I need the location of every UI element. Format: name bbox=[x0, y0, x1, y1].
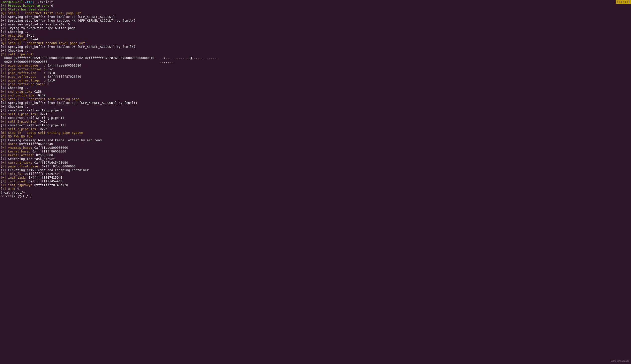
output-line: [+] orig_idx: 0xea bbox=[0, 34, 630, 37]
text-segment: 0xea bbox=[25, 34, 34, 37]
text-segment: page_offset_base: bbox=[6, 164, 40, 168]
output-line: [+] victim_idx: 0xed bbox=[0, 37, 630, 41]
output-line: corctf{\_(ツ)_/¯} bbox=[0, 194, 630, 198]
output-line: [+] snd_victim_idx: 0x49 bbox=[0, 94, 630, 97]
text-segment: [+] Spraying pipe_buffer from kmalloc-96… bbox=[0, 45, 136, 48]
text-segment: 0 bbox=[46, 82, 49, 86]
output-line: [+] Spraying pipe_buffer from kmalloc-4k… bbox=[0, 19, 630, 22]
output-line: [@] Step II - construct second level pag… bbox=[0, 41, 630, 45]
terminal-output[interactable]: user@CoRJail:/tmp$ ./exploit [*] Process… bbox=[0, 0, 631, 198]
output-line: [+] current_task: 0xffff97bdc5478d80 bbox=[0, 161, 630, 164]
text-segment: [+] bbox=[0, 82, 6, 86]
text-segment: 0xffff97bdc0000000 bbox=[40, 164, 76, 168]
text-segment: [+] bbox=[0, 176, 6, 180]
text-segment: pipe_buffer.len : bbox=[6, 71, 46, 75]
text-segment: [+] bbox=[0, 187, 6, 190]
text-segment: [+] bbox=[0, 172, 6, 176]
output-line: [+] page_offset_base: 0xffff97bdc0000000 bbox=[0, 164, 630, 168]
output-line: [+] construct self writing pipe II bbox=[0, 116, 630, 120]
output-line: [+] self_1_pipe_idx: 0x21 bbox=[0, 112, 630, 116]
output-line: [+] pipe_buffer.page : 0xffffeee80059158… bbox=[0, 64, 630, 67]
text-segment: 0x58 bbox=[32, 90, 42, 94]
output-line: [+] Checking... bbox=[0, 86, 630, 90]
output-line: 0000 0xffffeee800591580 0x00000018000000… bbox=[0, 56, 630, 60]
text-segment: NO PWN NO FUN bbox=[6, 134, 32, 138]
text-segment: init_task: bbox=[6, 176, 27, 180]
prompt-user: user@CoRJail bbox=[0, 0, 23, 4]
text-segment: [+] Leaking vmemmap base and kernel offs… bbox=[0, 138, 102, 142]
text-segment: [+] bbox=[0, 142, 6, 146]
output-line: [+] Searching for task_struct bbox=[0, 157, 630, 161]
text-segment: Step II - construct second level page ua… bbox=[6, 41, 85, 45]
text-segment: [+] construct self writing pipe I bbox=[0, 108, 62, 112]
text-segment: 0xc bbox=[46, 67, 53, 71]
text-segment: [+] construct self writing pipe II bbox=[0, 116, 64, 120]
text-segment: 0xffffffff8745a960 bbox=[27, 180, 62, 183]
text-segment: [+] bbox=[0, 67, 6, 71]
text-segment: [@] bbox=[0, 97, 6, 101]
text-segment: [+] bbox=[0, 120, 6, 123]
text-segment: init_nsproxy: bbox=[6, 183, 32, 187]
output-line: [+] pipe_buffer.private: 0 bbox=[0, 82, 630, 86]
output-line: [+] Spraying pipe_buffer from kmalloc-19… bbox=[0, 101, 630, 105]
text-segment: 0 bbox=[16, 187, 19, 190]
text-segment: [+] bbox=[0, 161, 6, 164]
text-segment: 0x5000000 bbox=[34, 153, 53, 157]
text-segment: [+] Spraying pipe_buffer from kmalloc-19… bbox=[0, 101, 137, 105]
text-segment: [*] bbox=[0, 52, 6, 56]
text-segment: pipe_buffer.page : bbox=[6, 64, 46, 67]
text-segment: [+] bbox=[0, 127, 6, 131]
output-line: [+] pipe_buffer.len : 0x18 bbox=[0, 71, 630, 75]
text-segment: Status has been saved. bbox=[6, 8, 49, 11]
output-line: [+] UID: 0 bbox=[0, 187, 630, 190]
text-segment: 0xffffffff87028740 bbox=[46, 75, 81, 78]
text-segment: self_2_pipe_idx: bbox=[6, 120, 38, 123]
output-line: [+] Checking... bbox=[0, 30, 630, 34]
text-segment: [+] bbox=[0, 180, 6, 183]
text-segment: [+] bbox=[0, 78, 6, 82]
text-segment: self_1_pipe_idx: bbox=[6, 112, 38, 116]
text-segment: 0xffffeee800000000 bbox=[32, 146, 68, 150]
output-line: [+] Checking... bbox=[0, 48, 630, 52]
text-segment: [+] bbox=[0, 150, 6, 153]
output-line: # cat /root/* bbox=[0, 190, 630, 194]
text-segment: 0xffffffff86000040 bbox=[18, 142, 53, 146]
text-segment: [+] Spraying pipe_buffer from kmalloc-1k… bbox=[0, 15, 115, 19]
text-segment: orig_idx: bbox=[6, 34, 25, 37]
text-segment: [+] Checking... bbox=[0, 105, 29, 108]
text-segment: 0020 0x0000000000000000 ........ bbox=[0, 60, 175, 64]
output-line: [+] snd_orig_idx: 0x58 bbox=[0, 90, 630, 94]
text-segment: 0xffffeee800591580 bbox=[46, 64, 81, 67]
prompt-sep: : bbox=[23, 0, 25, 4]
text-segment: kernel_base: bbox=[6, 150, 31, 153]
output-line: 0020 0x0000000000000000 ........ bbox=[0, 60, 630, 64]
text-segment: [+] bbox=[0, 34, 6, 37]
text-segment: [+] bbox=[0, 146, 6, 150]
text-segment: [+] bbox=[0, 164, 6, 168]
output-line: [@] NO PWN NO FUN bbox=[0, 134, 630, 138]
text-segment: [+] bbox=[0, 112, 6, 116]
text-segment: [+] bbox=[0, 90, 6, 94]
text-segment: [+] bbox=[0, 64, 6, 67]
text-segment: victim_idx: bbox=[6, 37, 29, 41]
text-segment: [+] construct self writing pipe III bbox=[0, 123, 66, 127]
prompt-path: /tmp bbox=[25, 0, 32, 4]
tab-counter: [11/11] bbox=[616, 0, 631, 4]
text-segment: # cat /root/* bbox=[0, 190, 25, 194]
output-line: [@] Step I - construct first level page … bbox=[0, 11, 630, 15]
text-segment: snd_orig_idx: bbox=[6, 90, 32, 94]
output-line: [@] Step III - construct self writing pi… bbox=[0, 97, 630, 101]
text-segment: corctf{\_(ツ)_/¯} bbox=[0, 194, 32, 198]
text-segment: 0xffffffff87589740 bbox=[23, 172, 58, 176]
text-segment: [*] bbox=[0, 4, 6, 8]
output-line: [+] Elevating privileges and Escaping co… bbox=[0, 168, 630, 172]
output-line: [+] Checking... bbox=[0, 105, 630, 108]
output-line: [*] self_pipe_buf: bbox=[0, 52, 630, 56]
text-segment: Step IV - setup self writing pipe system bbox=[6, 131, 83, 134]
text-segment: [@] bbox=[0, 131, 6, 134]
text-segment: [+] Checking... bbox=[0, 48, 29, 52]
output-line: [+] Spraying pipe_buffer from kmalloc-96… bbox=[0, 45, 630, 48]
output-line: [+] init_cred: 0xffffffff8745a960 bbox=[0, 180, 630, 183]
text-segment: init_cred: bbox=[6, 180, 27, 183]
output-line: [*] Status has been saved. bbox=[0, 8, 630, 11]
